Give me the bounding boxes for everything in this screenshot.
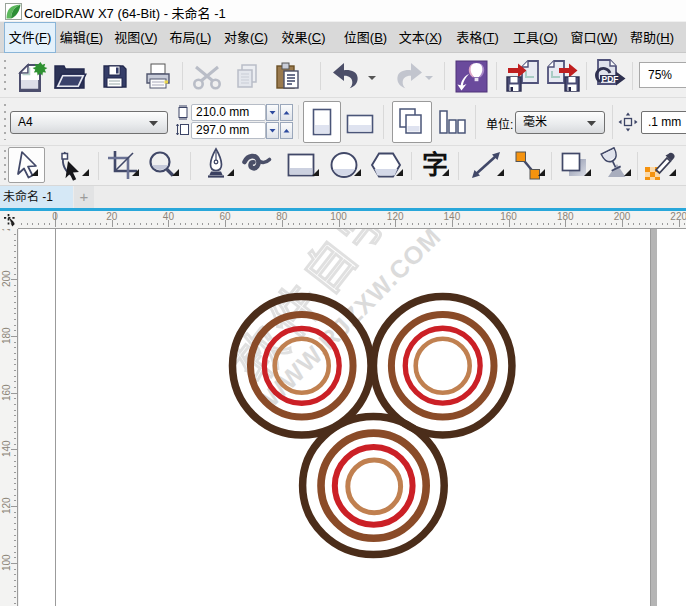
svg-text:PDF: PDF	[602, 74, 619, 84]
